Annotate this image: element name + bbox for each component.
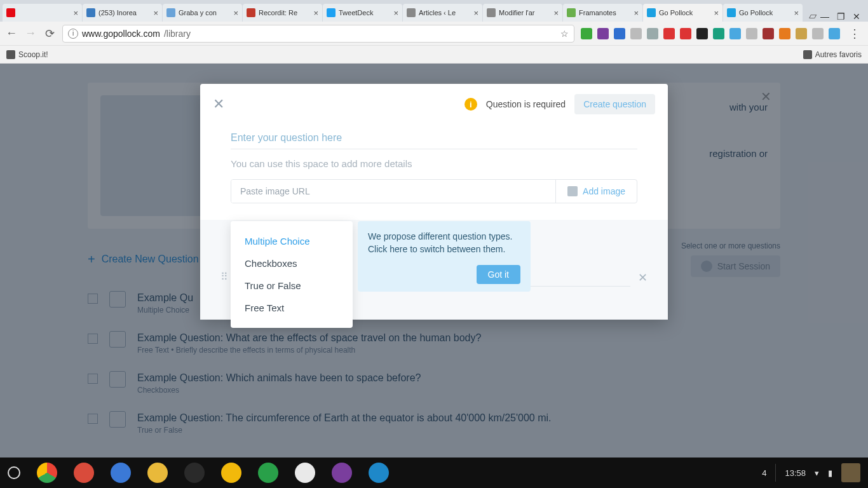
extension-icon[interactable]	[779, 28, 790, 39]
type-option-free-text[interactable]: Free Text	[231, 297, 353, 319]
browser-tab[interactable]: (253) Inorea×	[83, 4, 162, 22]
tab-close-icon[interactable]: ×	[714, 8, 719, 18]
type-option-checkboxes[interactable]: Checkboxes	[231, 252, 353, 274]
choice-remove-icon[interactable]: ✕	[638, 271, 648, 285]
tab-close-icon[interactable]: ×	[153, 8, 158, 18]
browser-tab[interactable]: Articles ‹ Le×	[403, 4, 482, 22]
status-divider	[775, 464, 776, 482]
tab-favicon	[327, 8, 336, 17]
tab-title: Framanotes	[579, 9, 630, 17]
shelf-app-icon[interactable]	[258, 463, 278, 483]
extension-icon[interactable]	[812, 28, 824, 39]
extension-icon[interactable]	[829, 28, 840, 39]
launcher-button[interactable]	[8, 466, 20, 479]
tab-close-icon[interactable]: ×	[794, 8, 799, 18]
nav-forward-button[interactable]: →	[24, 27, 37, 40]
extension-icon[interactable]	[746, 28, 757, 39]
tab-favicon	[727, 8, 736, 17]
tooltip-line: Click here to switch between them.	[368, 243, 520, 255]
extension-icon[interactable]	[614, 28, 625, 39]
browser-tab[interactable]: Graba y con×	[163, 4, 242, 22]
modal-body: Add image	[200, 125, 668, 220]
browser-tab[interactable]: ×	[3, 4, 82, 22]
browser-tab[interactable]: Modifier l'ar×	[483, 4, 562, 22]
type-option-true-false[interactable]: True or False	[231, 274, 353, 297]
other-bookmarks[interactable]: Autres favoris	[803, 50, 862, 59]
extension-icon[interactable]	[680, 28, 691, 39]
user-avatar[interactable]	[841, 463, 860, 482]
create-question-submit-button[interactable]: Create question	[574, 94, 655, 114]
question-title-input[interactable]	[231, 127, 637, 149]
modal-lower: ⠿ Multiple Choice Checkboxes True or Fal…	[200, 220, 668, 320]
tab-title: Articles ‹ Le	[419, 9, 470, 17]
extension-icon[interactable]	[729, 28, 741, 39]
bookmark-star-icon[interactable]: ☆	[560, 29, 569, 39]
address-bar[interactable]: i www.gopollock.com/library ☆	[62, 25, 574, 43]
question-details-input[interactable]	[231, 149, 637, 173]
bookmark-favicon	[6, 50, 15, 59]
shelf-app-drive[interactable]	[221, 463, 241, 483]
new-tab-button[interactable]: ▱	[806, 9, 820, 22]
type-option-multiple-choice[interactable]: Multiple Choice	[231, 230, 353, 252]
tooltip-line: We propose different question types.	[368, 230, 520, 243]
tab-favicon	[6, 8, 15, 17]
image-url-input[interactable]	[231, 180, 555, 203]
extension-icon[interactable]	[663, 28, 675, 39]
tab-favicon	[166, 8, 175, 17]
tab-close-icon[interactable]: ×	[393, 8, 398, 18]
browser-tab[interactable]: Framanotes×	[563, 4, 642, 22]
extension-icon[interactable]	[630, 28, 642, 39]
nav-reload-button[interactable]: ⟳	[43, 27, 56, 41]
extension-icon[interactable]	[647, 28, 658, 39]
extension-icon[interactable]	[696, 28, 708, 39]
window-maximize-button[interactable]: ❐	[837, 11, 845, 22]
image-icon	[567, 186, 578, 196]
tab-close-icon[interactable]: ×	[553, 8, 559, 18]
tab-close-icon[interactable]: ×	[634, 8, 639, 18]
shelf-app-onenote[interactable]	[332, 463, 352, 483]
os-shelf: 4 13:58 ▾ ▮	[0, 458, 868, 488]
browser-tab[interactable]: Recordit: Re×	[243, 4, 322, 22]
warning-icon: i	[465, 98, 477, 111]
modal-header: ✕ i Question is required Create question	[200, 84, 668, 125]
add-image-button[interactable]: Add image	[555, 180, 637, 203]
browser-tab-active[interactable]: Go Pollock×	[643, 4, 722, 22]
bookmark-label: Autres favoris	[815, 50, 862, 59]
create-question-modal: ✕ i Question is required Create question…	[200, 84, 668, 320]
site-info-icon[interactable]: i	[68, 29, 78, 39]
browser-tab[interactable]: Go Pollock×	[723, 4, 803, 22]
add-image-label: Add image	[583, 186, 625, 196]
shelf-app-chrome[interactable]	[37, 463, 57, 483]
extension-icon[interactable]	[796, 28, 807, 39]
window-minimize-button[interactable]: —	[820, 11, 829, 22]
tab-close-icon[interactable]: ×	[233, 8, 238, 18]
tab-title: Recordit: Re	[259, 9, 310, 17]
shelf-app-gmail[interactable]	[74, 463, 94, 483]
shelf-app-docs[interactable]	[111, 463, 131, 483]
tab-favicon	[86, 8, 95, 17]
tooltip-gotit-button[interactable]: Got it	[477, 265, 520, 284]
shelf-status-area[interactable]: 4 13:58 ▾ ▮	[762, 463, 860, 482]
url-host: www.gopollock.com	[82, 29, 160, 39]
extension-icon[interactable]	[763, 28, 774, 39]
nav-back-button[interactable]: ←	[5, 27, 18, 40]
browser-menu-button[interactable]: ⋮	[846, 27, 863, 41]
extension-icon[interactable]	[581, 28, 592, 39]
extension-icon[interactable]	[713, 28, 724, 39]
window-close-button[interactable]: ✕	[853, 11, 860, 22]
drag-handle-icon[interactable]: ⠿	[220, 271, 229, 283]
required-text: Question is required	[486, 99, 566, 109]
shelf-app-play[interactable]	[295, 463, 315, 483]
extension-icon[interactable]	[597, 28, 609, 39]
shelf-app-icon[interactable]	[184, 463, 205, 483]
tab-close-icon[interactable]: ×	[73, 8, 78, 18]
tab-favicon	[567, 8, 576, 17]
shelf-app-files[interactable]	[369, 463, 389, 483]
browser-tab[interactable]: TweetDeck×	[323, 4, 402, 22]
tab-close-icon[interactable]: ×	[313, 8, 318, 18]
bookmark-item[interactable]: Scoop.it!	[6, 50, 48, 59]
tab-close-icon[interactable]: ×	[473, 8, 478, 18]
modal-close-button[interactable]: ✕	[213, 96, 224, 112]
tab-favicon	[407, 8, 416, 17]
shelf-app-slides[interactable]	[147, 463, 168, 483]
